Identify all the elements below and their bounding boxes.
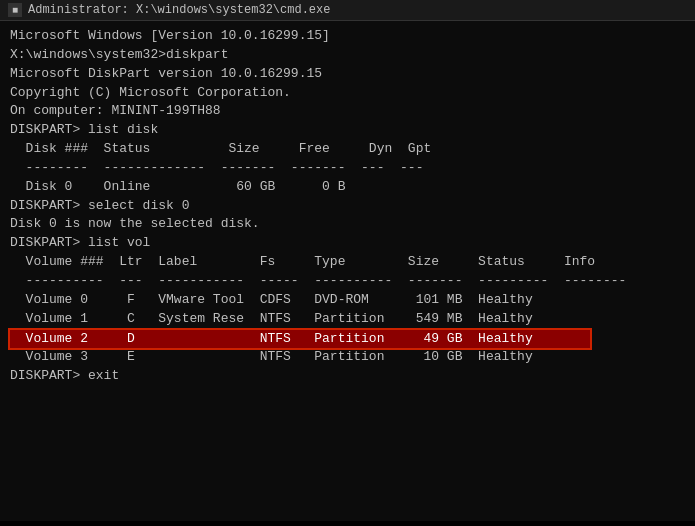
- line-10: DISKPART> list disk: [10, 121, 685, 140]
- line-14: Disk 0 Online 60 GB 0 B: [10, 178, 685, 197]
- line-7: Copyright (C) Microsoft Corporation.: [10, 84, 685, 103]
- line-23: ---------- --- ----------- ----- -------…: [10, 272, 685, 291]
- line-3: X:\windows\system32>diskpart: [10, 46, 685, 65]
- line-20: DISKPART> list vol: [10, 234, 685, 253]
- highlighted-row: Volume 2 D NTFS Partition 49 GB Healthy: [10, 330, 590, 349]
- cmd-icon: ■: [8, 3, 22, 17]
- line-18: Disk 0 is now the selected disk.: [10, 215, 685, 234]
- title-bar: ■ Administrator: X:\windows\system32\cmd…: [0, 0, 695, 21]
- line-25: Volume 1 C System Rese NTFS Partition 54…: [10, 310, 685, 329]
- terminal-window: Microsoft Windows [Version 10.0.16299.15…: [0, 21, 695, 521]
- line-22: Volume ### Ltr Label Fs Type Size Status…: [10, 253, 685, 272]
- line-1: Microsoft Windows [Version 10.0.16299.15…: [10, 27, 685, 46]
- line-16: DISKPART> select disk 0: [10, 197, 685, 216]
- after-line-1: Volume 3 E NTFS Partition 10 GB Healthy: [10, 348, 685, 367]
- line-24: Volume 0 F VMware Tool CDFS DVD-ROM 101 …: [10, 291, 685, 310]
- window-title: Administrator: X:\windows\system32\cmd.e…: [28, 3, 330, 17]
- after-line-3: DISKPART> exit: [10, 367, 685, 386]
- line-13: -------- ------------- ------- ------- -…: [10, 159, 685, 178]
- line-12: Disk ### Status Size Free Dyn Gpt: [10, 140, 685, 159]
- line-5: Microsoft DiskPart version 10.0.16299.15: [10, 65, 685, 84]
- line-8: On computer: MININT-199TH88: [10, 102, 685, 121]
